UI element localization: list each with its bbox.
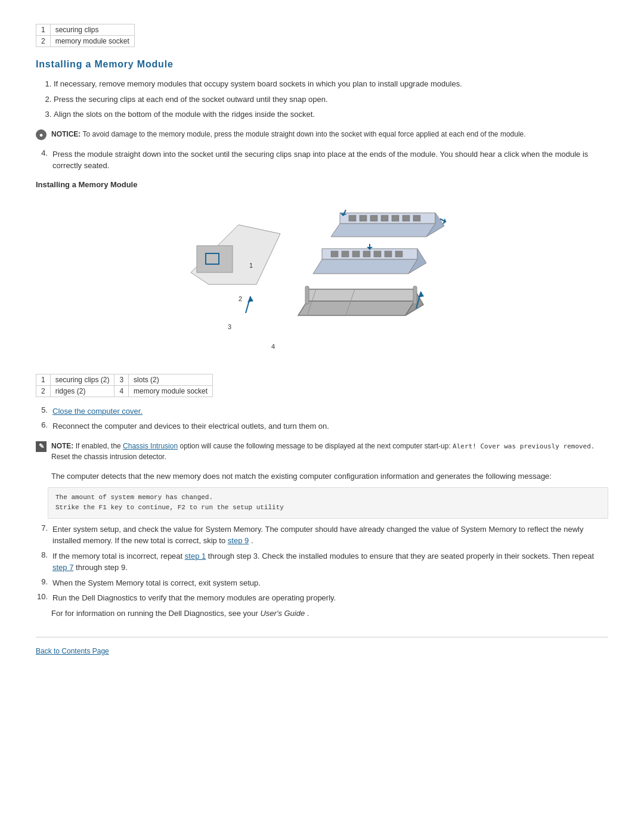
diagram-caption: Installing a Memory Module bbox=[36, 180, 608, 189]
step-4-text: Press the module straight down into the … bbox=[52, 148, 608, 172]
step-10-text: Run the Dell Diagnostics to verify that … bbox=[52, 592, 336, 604]
svg-rect-25 bbox=[385, 251, 392, 257]
top-legend-num-2: 2 bbox=[36, 36, 51, 47]
notice-text: NOTICE: To avoid damage to the memory mo… bbox=[51, 129, 526, 140]
svg-rect-22 bbox=[352, 251, 360, 257]
svg-rect-10 bbox=[392, 215, 399, 221]
note-intro: If enabled, the bbox=[76, 442, 123, 450]
top-legend-row-1: 1 securing clips bbox=[36, 24, 135, 36]
step7-link[interactable]: step 7 bbox=[52, 563, 73, 572]
final-italic: User's Guide bbox=[260, 609, 305, 618]
divider bbox=[36, 637, 608, 637]
step-4-container: 4. Press the module straight down into t… bbox=[36, 148, 608, 172]
bottom-legend-row-1: 1 securing clips (2) 3 slots (2) bbox=[36, 374, 213, 385]
svg-rect-7 bbox=[360, 215, 367, 221]
step-8-num: 8. bbox=[36, 550, 48, 574]
step-8-mid: through step 3. Check the installed modu… bbox=[208, 552, 594, 561]
section-heading: Installing a Memory Module bbox=[36, 59, 608, 70]
top-legend-row-2: 2 memory module socket bbox=[36, 36, 135, 47]
step-7-num: 7. bbox=[36, 524, 48, 547]
svg-rect-34 bbox=[305, 286, 309, 304]
step-8-body: If the memory total is incorrect, repeat bbox=[52, 552, 185, 561]
step-7-text: Enter system setup, and check the value … bbox=[52, 524, 608, 547]
note-paragraph: The computer detects that the new memory… bbox=[51, 470, 608, 482]
bottom-label-3: slots (2) bbox=[129, 374, 213, 385]
step9-link[interactable]: step 9 bbox=[228, 536, 249, 545]
step-9-num: 9. bbox=[36, 577, 48, 589]
notice-label: NOTICE: bbox=[51, 130, 80, 138]
top-legend-label-2: memory module socket bbox=[50, 36, 134, 47]
step-7-container: 7. Enter system setup, and check the val… bbox=[36, 524, 608, 547]
bottom-num-2: 2 bbox=[36, 385, 51, 397]
step-3: Align the slots on the bottom of the mod… bbox=[54, 109, 608, 120]
svg-text:2: 2 bbox=[239, 295, 242, 302]
notice-box: ● NOTICE: To avoid damage to the memory … bbox=[36, 129, 608, 140]
note-end: Reset the chassis intrusion detector. bbox=[51, 453, 166, 461]
svg-rect-24 bbox=[374, 251, 381, 257]
bottom-label-2: ridges (2) bbox=[50, 385, 114, 397]
note-code: Alert! Cover was previously removed. bbox=[453, 442, 595, 450]
memory-module-diagram: 1 2 3 4 bbox=[173, 195, 471, 362]
svg-rect-12 bbox=[413, 215, 420, 221]
svg-rect-35 bbox=[413, 286, 417, 304]
step-6-num: 6. bbox=[36, 420, 48, 432]
step-10-num: 10. bbox=[36, 592, 48, 604]
step-8-text: If the memory total is incorrect, repeat… bbox=[52, 550, 608, 574]
svg-rect-11 bbox=[402, 215, 410, 221]
back-to-contents-link[interactable]: Back to Contents Page bbox=[36, 647, 109, 655]
svg-marker-43 bbox=[418, 292, 424, 298]
top-legend-label-1: securing clips bbox=[50, 24, 134, 36]
step-9-text: When the System Memory total is correct,… bbox=[52, 577, 261, 589]
step-7-body: Enter system setup, and check the value … bbox=[52, 525, 583, 546]
step-10-container: 10. Run the Dell Diagnostics to verify t… bbox=[36, 592, 608, 604]
svg-marker-4 bbox=[331, 224, 435, 237]
svg-rect-6 bbox=[349, 215, 356, 221]
code-line-1: The amount of system memory has changed. bbox=[55, 494, 213, 501]
chassis-intrusion-link[interactable]: Chassis Intrusion bbox=[123, 442, 178, 450]
step-8-end: through step 9. bbox=[76, 563, 128, 572]
close-cover-link[interactable]: Close the computer cover. bbox=[52, 407, 143, 416]
svg-marker-41 bbox=[247, 296, 253, 302]
svg-text:1: 1 bbox=[249, 262, 253, 269]
step1-link[interactable]: step 1 bbox=[185, 552, 206, 561]
notice-body: To avoid damage to the memory module, pr… bbox=[82, 130, 525, 138]
bottom-num-1: 1 bbox=[36, 374, 51, 385]
step-5-num: 5. bbox=[36, 405, 48, 417]
bottom-legend-table: 1 securing clips (2) 3 slots (2) 2 ridge… bbox=[36, 374, 213, 397]
step-7-end: . bbox=[251, 536, 253, 545]
note-mid: option will cause the following message … bbox=[179, 442, 453, 450]
svg-rect-26 bbox=[395, 251, 402, 257]
svg-marker-16 bbox=[442, 218, 446, 225]
note-text: NOTE: If enabled, the Chassis Intrusion … bbox=[51, 441, 608, 463]
notice-icon: ● bbox=[36, 129, 47, 140]
bottom-label-1: securing clips (2) bbox=[50, 374, 114, 385]
steps-list: If necessary, remove memory modules that… bbox=[54, 78, 608, 120]
bottom-label-4: memory module socket bbox=[129, 385, 213, 397]
step-2: Press the securing clips at each end of … bbox=[54, 94, 608, 106]
svg-marker-18 bbox=[313, 259, 417, 274]
svg-marker-30 bbox=[298, 301, 414, 315]
final-para-text: For for information on running the Dell … bbox=[51, 609, 260, 618]
back-link-container: Back to Contents Page bbox=[36, 647, 608, 655]
top-legend-num-1: 1 bbox=[36, 24, 51, 36]
step-5-container: 5. Close the computer cover. bbox=[36, 405, 608, 417]
step-8-container: 8. If the memory total is incorrect, rep… bbox=[36, 550, 608, 574]
step-9-container: 9. When the System Memory total is corre… bbox=[36, 577, 608, 589]
step-1: If necessary, remove memory modules that… bbox=[54, 78, 608, 90]
note-label: NOTE: bbox=[51, 442, 73, 450]
final-paragraph: For for information on running the Dell … bbox=[51, 608, 608, 620]
svg-rect-21 bbox=[342, 251, 349, 257]
svg-text:4: 4 bbox=[271, 343, 275, 350]
step-6-text: Reconnect the computer and devices to th… bbox=[52, 420, 329, 432]
code-line-2: Strike the F1 key to continue, F2 to run… bbox=[55, 504, 284, 511]
svg-rect-23 bbox=[363, 251, 370, 257]
code-block: The amount of system memory has changed.… bbox=[48, 487, 608, 519]
diagram-area: 1 2 3 4 bbox=[36, 195, 608, 362]
bottom-legend-row-2: 2 ridges (2) 4 memory module socket bbox=[36, 385, 213, 397]
svg-rect-9 bbox=[381, 215, 388, 221]
step-6-container: 6. Reconnect the computer and devices to… bbox=[36, 420, 608, 432]
svg-rect-1 bbox=[197, 246, 233, 272]
step-5-text: Close the computer cover. bbox=[52, 405, 143, 417]
bottom-num-4: 4 bbox=[114, 385, 129, 397]
note-icon: ✎ bbox=[36, 441, 47, 452]
